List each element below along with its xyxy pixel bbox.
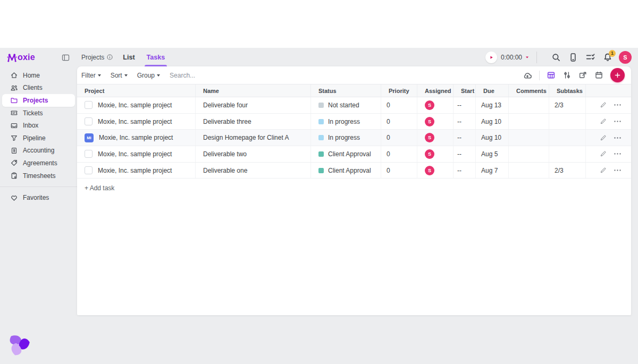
row-checkbox[interactable] <box>85 150 93 158</box>
tab-label: List <box>123 54 135 61</box>
start-cell: -- <box>454 130 476 146</box>
table-view-icon[interactable] <box>547 71 556 80</box>
column-header-subtasks[interactable]: Subtasks <box>549 84 586 97</box>
name-cell[interactable]: Design Homepage for Clinet A <box>196 130 311 146</box>
assigned-avatar[interactable]: S <box>425 133 434 142</box>
sidebar-item-agreements[interactable]: Agreements <box>2 157 75 170</box>
project-cell: Moxie, Inc. sample project <box>98 101 172 109</box>
search-input[interactable] <box>170 72 239 79</box>
comments-cell <box>509 130 549 146</box>
column-header-assigned[interactable]: Assigned <box>417 84 454 97</box>
edit-pencil-icon[interactable] <box>600 134 607 141</box>
row-checkbox[interactable] <box>85 117 93 125</box>
mobile-phone-icon[interactable] <box>568 53 578 62</box>
sidebar-item-accounting[interactable]: Accounting <box>2 145 75 157</box>
row-checkbox[interactable] <box>85 166 93 174</box>
assigned-avatar[interactable]: S <box>425 149 434 159</box>
timer-caret-down-icon[interactable] <box>525 55 530 60</box>
add-task-button[interactable]: + Add task <box>77 179 114 192</box>
info-icon[interactable] <box>106 54 113 61</box>
tab-tasks[interactable]: Tasks <box>145 48 167 66</box>
due-cell: Aug 13 <box>476 97 509 113</box>
sidebar-item-projects[interactable]: Projects <box>2 94 75 107</box>
more-options-icon[interactable] <box>614 118 622 125</box>
subtasks-cell: 2/3 <box>549 163 586 179</box>
row-checkbox[interactable] <box>85 101 93 109</box>
table-row[interactable]: Moxie, Inc. sample project Deliverable t… <box>77 146 631 163</box>
sidebar-item-timesheets[interactable]: Timesheets <box>2 170 75 182</box>
group-button[interactable]: Group <box>137 72 160 79</box>
table-header-row: Project Name Status Priority Assigned St… <box>77 84 631 97</box>
timesheets-icon <box>10 172 18 180</box>
assigned-avatar[interactable]: S <box>425 100 434 110</box>
column-header-status[interactable]: Status <box>311 84 381 97</box>
table-row[interactable]: Moxie, Inc. sample project Deliverable f… <box>77 97 631 114</box>
priority-cell: 0 <box>381 163 417 179</box>
tab-label: Tasks <box>147 54 165 61</box>
sort-label: Sort <box>111 72 122 79</box>
assigned-avatar[interactable]: S <box>425 166 434 175</box>
assigned-avatar[interactable]: S <box>425 117 434 126</box>
more-options-icon[interactable] <box>614 101 622 108</box>
more-options-icon[interactable] <box>614 167 622 174</box>
sidebar-item-tickets[interactable]: Tickets <box>2 107 75 120</box>
table-row[interactable]: MIMoxie, Inc. sample project Design Home… <box>77 130 631 146</box>
column-header-comments[interactable]: Comments <box>509 84 549 97</box>
tab-list[interactable]: List <box>121 48 137 66</box>
cloud-sync-icon[interactable] <box>523 71 532 80</box>
table-row[interactable]: Moxie, Inc. sample project Deliverable o… <box>77 163 631 179</box>
name-cell[interactable]: Deliverable one <box>196 163 311 179</box>
column-header-actions <box>586 84 631 97</box>
column-header-name[interactable]: Name <box>196 84 311 97</box>
collapse-sidebar-icon[interactable] <box>62 54 70 61</box>
edit-pencil-icon[interactable] <box>600 167 607 174</box>
due-cell: Aug 7 <box>476 163 509 179</box>
sidebar-divider <box>0 187 77 187</box>
kanban-view-icon[interactable] <box>563 71 572 80</box>
status-color-dot <box>318 151 324 157</box>
task-checklist-icon[interactable] <box>585 52 595 62</box>
home-icon <box>10 71 18 79</box>
user-avatar[interactable]: S <box>619 51 632 64</box>
gantt-view-icon[interactable] <box>578 71 587 80</box>
pipeline-icon <box>10 134 18 142</box>
search-icon[interactable] <box>551 53 561 62</box>
column-header-project[interactable]: Project <box>77 84 196 97</box>
group-label: Group <box>137 72 155 79</box>
moxie-splat-m-icon <box>7 53 17 63</box>
moxie-logo: oxie <box>7 53 35 63</box>
timer-play-button[interactable] <box>485 52 497 63</box>
edit-pencil-icon[interactable] <box>600 150 607 157</box>
start-cell: -- <box>454 114 476 130</box>
filter-button[interactable]: Filter <box>81 72 101 79</box>
table-row[interactable]: Moxie, Inc. sample project Deliverable t… <box>77 114 631 130</box>
sidebar-item-label: Tickets <box>23 109 43 117</box>
name-cell[interactable]: Deliverable three <box>196 114 311 130</box>
sidebar-item-clients[interactable]: Clients <box>2 82 75 95</box>
more-options-icon[interactable] <box>614 134 622 141</box>
project-initials-badge[interactable]: MI <box>85 133 94 142</box>
edit-pencil-icon[interactable] <box>600 118 607 125</box>
calendar-view-icon[interactable] <box>594 71 603 80</box>
sort-button[interactable]: Sort <box>111 72 128 79</box>
column-header-start[interactable]: Start <box>454 84 476 97</box>
subtasks-cell <box>549 114 586 130</box>
toolbar: Filter Sort Group <box>77 66 631 84</box>
name-cell[interactable]: Deliverable two <box>196 146 311 162</box>
due-cell: Aug 10 <box>476 130 509 146</box>
column-header-due[interactable]: Due <box>476 84 509 97</box>
clients-icon <box>10 84 18 92</box>
topbar: Projects List Tasks 0:00:00 <box>77 48 638 66</box>
sidebar-item-pipeline[interactable]: Pipeline <box>2 132 75 145</box>
sidebar-item-inbox[interactable]: Inbox <box>2 119 75 132</box>
subtasks-cell: 2/3 <box>549 97 586 113</box>
notifications-bell-icon[interactable]: 1 <box>603 53 612 62</box>
sidebar-item-favorites[interactable]: Favorites <box>2 191 75 204</box>
name-cell[interactable]: Deliverable four <box>196 97 311 113</box>
edit-pencil-icon[interactable] <box>600 101 607 108</box>
due-cell: Aug 10 <box>476 114 509 130</box>
column-header-priority[interactable]: Priority <box>381 84 417 97</box>
more-options-icon[interactable] <box>614 150 622 157</box>
add-button[interactable] <box>610 68 625 82</box>
sidebar-item-home[interactable]: Home <box>2 69 75 82</box>
